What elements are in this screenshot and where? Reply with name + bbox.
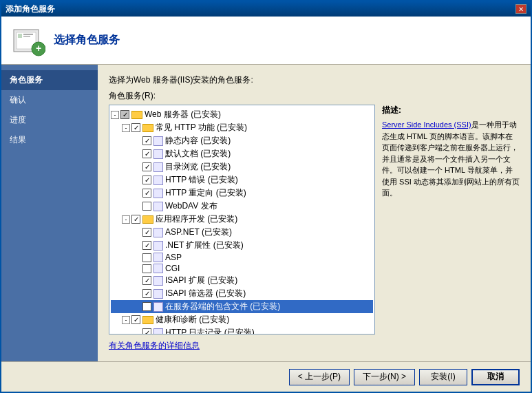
tree-label-asp: ASP xyxy=(165,253,182,262)
expander-app-dev[interactable]: - xyxy=(122,215,130,224)
tree-label-dir-browse: 目录浏览 (已安装) xyxy=(165,161,231,173)
expander-placeholder-default-doc xyxy=(133,150,141,158)
tree-item-isapi-filter[interactable]: ✓ISAPI 筛选器 (已安装) xyxy=(111,287,373,300)
expander-placeholder-ssi xyxy=(133,303,141,311)
checkbox-http-errors[interactable]: ✓ xyxy=(142,176,151,184)
tree-item-health[interactable]: -✓健康和诊断 (已安装) xyxy=(111,313,373,326)
svg-rect-2 xyxy=(18,34,22,38)
title-bar: 添加角色服务 ✕ xyxy=(1,1,531,17)
checkbox-http-redirect[interactable]: ✓ xyxy=(142,189,151,198)
tree-label-http-log: HTTP 日志记录 (已安装) xyxy=(165,327,255,334)
expander-placeholder-asp xyxy=(133,253,141,262)
checkbox-default-doc[interactable]: ✓ xyxy=(142,149,151,158)
file-icon-http-errors xyxy=(153,176,163,185)
tree-label-ssi: 在服务器端的包含文件 (已安装) xyxy=(165,301,280,312)
tree-item-http-redirect[interactable]: ✓HTTP 重定向 (已安装) xyxy=(111,187,373,200)
checkbox-net-ext[interactable]: ✓ xyxy=(142,241,151,250)
expander-placeholder-isapi-ext xyxy=(133,277,141,285)
sidebar-item-角色服务[interactable]: 角色服务 xyxy=(1,70,98,90)
main-window: 添加角色服务 ✕ + 选择角色服务 角色服务确认进度结果 选择为Web 服务器(… xyxy=(0,0,532,393)
expander-placeholder-http-errors xyxy=(133,176,141,184)
wizard-header-title: 选择角色服务 xyxy=(54,33,120,47)
tree-label-health: 健康和诊断 (已安装) xyxy=(156,314,229,326)
window-title: 添加角色服务 xyxy=(6,3,55,15)
tree-item-isapi-ext[interactable]: ✓ISAPI 扩展 (已安装) xyxy=(111,274,373,287)
tree-label-app-dev: 应用程序开发 (已安装) xyxy=(156,213,237,225)
checkbox-isapi-ext[interactable]: ✓ xyxy=(142,276,151,285)
footer: < 上一步(P) 下一步(N) > 安装(I) 取消 xyxy=(1,361,531,392)
tree-label-isapi-ext: ISAPI 扩展 (已安装) xyxy=(165,275,237,286)
svg-text:+: + xyxy=(36,43,41,54)
checkbox-isapi-filter[interactable]: ✓ xyxy=(142,289,151,298)
tree-label-default-doc: 默认文档 (已安装) xyxy=(165,148,231,160)
checkbox-web-server[interactable]: ✓ xyxy=(120,110,129,119)
sidebar-item-进度[interactable]: 进度 xyxy=(1,110,98,130)
tree-item-dir-browse[interactable]: ✓目录浏览 (已安装) xyxy=(111,160,373,173)
checkbox-dir-browse[interactable]: ✓ xyxy=(142,162,151,171)
expander-placeholder-dir-browse xyxy=(133,163,141,171)
tree-item-aspnet[interactable]: ✓ASP.NET (已安装) xyxy=(111,226,373,239)
tree-item-app-dev[interactable]: -✓应用程序开发 (已安装) xyxy=(111,213,373,226)
checkbox-app-dev[interactable]: ✓ xyxy=(131,215,140,224)
tree-item-webdav[interactable]: WebDAV 发布 xyxy=(111,200,373,213)
tree-item-net-ext[interactable]: ✓.NET 扩展性 (已安装) xyxy=(111,239,373,252)
file-icon-default-doc xyxy=(153,149,163,159)
back-button[interactable]: < 上一步(P) xyxy=(289,369,350,385)
file-icon-ssi xyxy=(153,302,163,312)
expander-placeholder-isapi-filter xyxy=(133,290,141,298)
file-icon-isapi-filter xyxy=(153,289,163,299)
checkbox-http-features[interactable]: ✓ xyxy=(131,123,140,132)
folder-icon-web-server xyxy=(131,111,142,119)
tree-panel[interactable]: -✓Web 服务器 (已安装)-✓常见 HTTP 功能 (已安装)✓静态内容 (… xyxy=(109,105,375,334)
tree-label-isapi-filter: ISAPI 筛选器 (已安装) xyxy=(165,288,246,299)
tree-item-http-features[interactable]: -✓常见 HTTP 功能 (已安装) xyxy=(111,121,373,134)
wizard-icon: + xyxy=(12,24,45,57)
section-label: 选择为Web 服务器(IIS)安装的角色服务: xyxy=(109,74,520,86)
checkbox-health[interactable]: ✓ xyxy=(131,315,140,324)
expander-placeholder-webdav xyxy=(133,202,141,211)
install-button[interactable]: 安装(I) xyxy=(419,369,467,385)
tree-item-http-errors[interactable]: ✓HTTP 错误 (已安装) xyxy=(111,173,373,187)
tree-label-aspnet: ASP.NET (已安装) xyxy=(165,226,232,238)
sidebar-item-结果[interactable]: 结果 xyxy=(1,130,98,150)
checkbox-static[interactable]: ✓ xyxy=(142,136,151,145)
expander-health[interactable]: - xyxy=(122,316,130,324)
file-icon-asp xyxy=(153,253,163,262)
checkbox-ssi[interactable]: ✓ xyxy=(142,302,151,311)
expander-http-features[interactable]: - xyxy=(122,124,130,132)
checkbox-webdav[interactable] xyxy=(142,202,151,211)
description-body: 是一种用于动态生成 HTML 页的脚本语言。该脚本在页面传递到客户端之前在服务器… xyxy=(382,120,520,197)
checkbox-cgi[interactable] xyxy=(142,264,151,273)
tree-item-static[interactable]: ✓静态内容 (已安装) xyxy=(111,134,373,147)
expander-web-server[interactable]: - xyxy=(111,111,119,119)
tree-item-default-doc[interactable]: ✓默认文档 (已安装) xyxy=(111,147,373,160)
file-icon-cgi xyxy=(153,264,163,273)
tree-label-static: 静态内容 (已安装) xyxy=(165,135,231,147)
checkbox-aspnet[interactable]: ✓ xyxy=(142,228,151,237)
svg-rect-3 xyxy=(23,34,33,35)
file-icon-static xyxy=(153,136,163,146)
cancel-button[interactable]: 取消 xyxy=(471,369,520,385)
checkbox-http-log[interactable]: ✓ xyxy=(142,328,151,334)
file-icon-net-ext xyxy=(153,241,163,251)
tree-label-cgi: CGI xyxy=(165,264,180,273)
tree-item-cgi[interactable]: CGI xyxy=(111,263,373,274)
main-content: 选择为Web 服务器(IIS)安装的角色服务: 角色服务(R): -✓Web 服… xyxy=(98,65,531,361)
description-title: 描述: xyxy=(382,105,520,116)
sidebar-item-确认[interactable]: 确认 xyxy=(1,90,98,110)
tree-item-web-server[interactable]: -✓Web 服务器 (已安装) xyxy=(111,108,373,121)
tree-item-asp[interactable]: ASP xyxy=(111,252,373,263)
info-link-anchor[interactable]: 有关角色服务的详细信息 xyxy=(109,341,200,350)
tree-item-ssi[interactable]: ✓在服务器端的包含文件 (已安装) xyxy=(111,300,373,313)
close-button[interactable]: ✕ xyxy=(515,4,526,14)
file-icon-webdav xyxy=(153,202,163,211)
content-split: -✓Web 服务器 (已安装)-✓常见 HTTP 功能 (已安装)✓静态内容 (… xyxy=(109,105,520,334)
tree-item-http-log[interactable]: ✓HTTP 日志记录 (已安装) xyxy=(111,326,373,334)
ssi-link[interactable]: Server Side Includes (SSI) xyxy=(382,120,471,129)
checkbox-asp[interactable] xyxy=(142,253,151,262)
tree-label-net-ext: .NET 扩展性 (已安装) xyxy=(165,240,244,251)
role-services-label: 角色服务(R): xyxy=(109,90,520,102)
expander-placeholder-cgi xyxy=(133,264,141,273)
folder-icon-app-dev xyxy=(142,215,153,224)
next-button[interactable]: 下一步(N) > xyxy=(354,369,415,385)
